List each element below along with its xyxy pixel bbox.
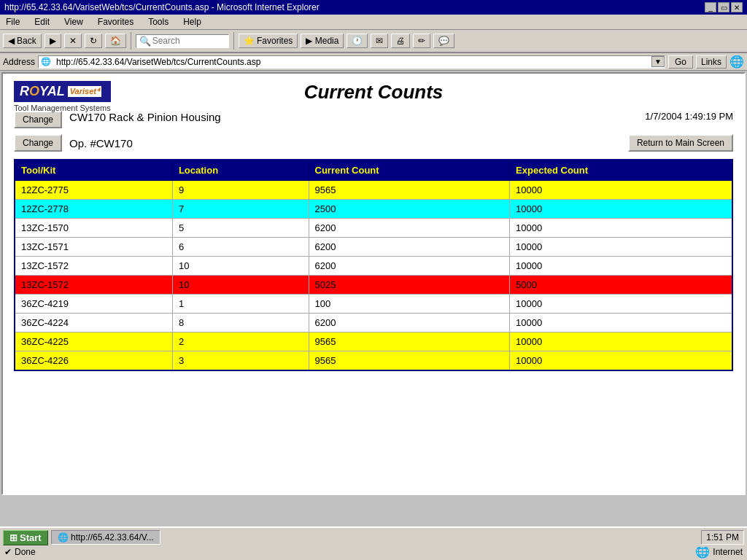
address-label: Address: [3, 57, 35, 67]
cell-tool: 36ZC-4219: [15, 295, 172, 314]
links-button[interactable]: Links: [696, 55, 727, 69]
favorites-button[interactable]: ⭐ Favorites: [239, 34, 298, 48]
col-header-location: Location: [172, 160, 309, 181]
table-row: 36ZC-42252956510000: [15, 332, 732, 351]
toolbar-separator-2: [233, 32, 234, 50]
cell-current: 100: [309, 295, 510, 314]
cell-current: 9565: [309, 181, 510, 200]
logo-royal: ROYAL: [20, 84, 65, 99]
cell-tool: 13ZC-1572: [15, 276, 172, 295]
cell-current: 2500: [309, 200, 510, 219]
menu-tools[interactable]: Tools: [145, 16, 171, 28]
forward-button[interactable]: ▶: [44, 34, 61, 48]
cell-tool: 36ZC-4226: [15, 351, 172, 371]
back-button[interactable]: ◀ Back: [3, 34, 42, 48]
cell-current: 6200: [309, 314, 510, 332]
menu-view[interactable]: View: [61, 16, 86, 28]
ie-logo: 🌐: [729, 55, 744, 69]
address-dropdown[interactable]: ▼: [651, 56, 665, 67]
home-button[interactable]: 🏠: [105, 34, 126, 48]
menu-edit[interactable]: Edit: [31, 16, 53, 28]
change-button-2[interactable]: Change: [14, 134, 62, 152]
edit-button[interactable]: ✏: [413, 34, 430, 48]
table-row: 36ZC-4219110010000: [15, 295, 732, 314]
product-name: CW170 Rack & Pinion Housing: [69, 111, 221, 123]
cell-location: 5: [172, 219, 309, 238]
cell-expected: 10000: [510, 314, 732, 332]
media-button[interactable]: ▶ Media: [301, 34, 344, 48]
cell-expected: 10000: [510, 181, 732, 200]
logo-sub: Tool Management Systems: [14, 104, 111, 112]
cell-expected: 10000: [510, 257, 732, 276]
title-bar: http://65.42.33.64/VarisetWeb/tcs/Curren…: [0, 0, 747, 15]
menu-bar: File Edit View Favorites Tools Help: [0, 15, 747, 30]
cell-location: 7: [172, 200, 309, 219]
op-left: Change Op. #CW170: [14, 134, 133, 152]
address-bar: Address 🌐 ▼ Go Links 🌐: [0, 53, 747, 71]
logo-variset: Variset⁴: [68, 86, 101, 97]
table-row: 13ZC-157210620010000: [15, 257, 732, 276]
change-button-1[interactable]: Change: [14, 111, 62, 128]
window-title: http://65.42.33.64/VarisetWeb/tcs/Curren…: [4, 2, 320, 12]
close-button[interactable]: ✕: [731, 2, 743, 12]
cell-tool: 12ZC-2775: [15, 181, 172, 200]
info-left-1: Change CW170 Rack & Pinion Housing: [14, 111, 221, 128]
logo-area: ROYAL Variset⁴ Tool Management Systems: [14, 81, 111, 112]
cell-location: 2: [172, 332, 309, 351]
cell-location: 8: [172, 314, 309, 332]
minimize-button[interactable]: _: [705, 2, 716, 12]
address-input[interactable]: [53, 56, 651, 68]
mail-button[interactable]: ✉: [371, 34, 388, 48]
toolbar: ◀ Back ▶ ✕ ↻ 🏠 🔍 ⭐ Favorites ▶ Media 🕐 ✉…: [0, 30, 747, 53]
page-content: ROYAL Variset⁴ Tool Management Systems C…: [3, 74, 744, 378]
op-number: Op. #CW170: [69, 137, 133, 149]
cell-expected: 10000: [510, 295, 732, 314]
cell-expected: 10000: [510, 351, 732, 371]
table-header: Tool/Kit Location Current Count Expected…: [15, 160, 732, 181]
search-icon: 🔍: [139, 36, 151, 47]
cell-expected: 10000: [510, 219, 732, 238]
cell-current: 6200: [309, 257, 510, 276]
cell-expected: 10000: [510, 200, 732, 219]
go-button[interactable]: Go: [668, 55, 693, 69]
data-table: Tool/Kit Location Current Count Expected…: [14, 159, 733, 371]
timestamp: 1/7/2004 1:49:19 PM: [645, 111, 733, 122]
discuss-button[interactable]: 💬: [433, 34, 454, 48]
print-button[interactable]: 🖨: [391, 34, 410, 48]
cell-tool: 13ZC-1570: [15, 219, 172, 238]
restore-button[interactable]: ▭: [718, 2, 729, 12]
cell-location: 10: [172, 257, 309, 276]
cell-tool: 13ZC-1571: [15, 238, 172, 257]
address-input-wrap: 🌐 ▼: [38, 55, 665, 69]
menu-help[interactable]: Help: [180, 16, 204, 28]
page-icon: 🌐: [39, 57, 53, 66]
search-input[interactable]: [152, 36, 225, 46]
cell-current: 9565: [309, 332, 510, 351]
refresh-button[interactable]: ↻: [85, 34, 102, 48]
col-header-expected: Expected Count: [510, 160, 732, 181]
cell-current: 6200: [309, 238, 510, 257]
cell-current: 6200: [309, 219, 510, 238]
table-row: 13ZC-15705620010000: [15, 219, 732, 238]
menu-favorites[interactable]: Favorites: [95, 16, 136, 28]
cell-location: 10: [172, 276, 309, 295]
stop-button[interactable]: ✕: [64, 34, 82, 48]
table-row: 12ZC-27787250010000: [15, 200, 732, 219]
cell-current: 5025: [309, 276, 510, 295]
table-body: 12ZC-2775995651000012ZC-2778725001000013…: [15, 181, 732, 371]
history-button[interactable]: 🕐: [347, 34, 368, 48]
menu-file[interactable]: File: [3, 16, 23, 28]
window-controls: _ ▭ ✕: [705, 2, 743, 12]
cell-tool: 36ZC-4225: [15, 332, 172, 351]
return-to-main-button[interactable]: Return to Main Screen: [628, 134, 733, 152]
cell-expected: 10000: [510, 238, 732, 257]
toolbar-separator: [131, 32, 131, 50]
cell-location: 9: [172, 181, 309, 200]
col-header-tool: Tool/Kit: [15, 160, 172, 181]
table-row: 13ZC-15721050255000: [15, 276, 732, 295]
op-section: Change Op. #CW170 Return to Main Screen: [14, 134, 733, 152]
cell-tool: 12ZC-2778: [15, 200, 172, 219]
search-box: 🔍: [136, 34, 229, 48]
col-header-current: Current Count: [309, 160, 510, 181]
table-row: 13ZC-15716620010000: [15, 238, 732, 257]
